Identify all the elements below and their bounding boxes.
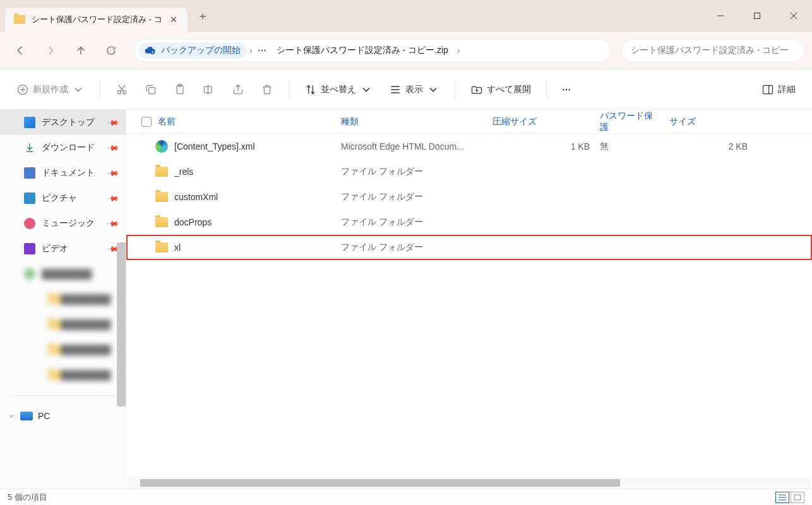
folder-icon [48,345,61,355]
breadcrumb[interactable]: バックアップの開始 › ⋯ シート保護パスワード設定済み - コピー.zip › [134,39,611,62]
breadcrumb-zip[interactable]: シート保護パスワード設定済み - コピー.zip [270,42,455,59]
music-icon [24,218,35,229]
extract-icon [470,83,483,96]
sidebar-item-videos[interactable]: ビデオ 📌 [0,236,126,261]
more-button[interactable]: ⋯ [556,78,578,101]
forward-button[interactable] [38,39,63,62]
scrollbar-thumb[interactable] [140,479,620,487]
refresh-button[interactable] [99,39,124,62]
chevron-right-icon[interactable]: › [455,45,463,56]
file-pane: 名前 種類 圧縮サイズ パスワード保護 サイズ [Content_Types].… [126,110,812,489]
folder-icon [155,192,168,202]
folder-icon [155,242,168,252]
breadcrumb-more-icon[interactable]: ⋯ [255,45,270,56]
tab[interactable]: シート保護パスワード設定済み - コ ✕ [5,8,188,32]
new-label: 新規作成 [33,84,68,95]
chevron-right-icon[interactable]: › [247,45,255,56]
paste-icon [174,83,186,96]
cut-icon [116,83,128,96]
cut-button[interactable] [109,78,134,101]
sidebar-item-blurred[interactable]: ████████ [0,362,126,388]
header-password[interactable]: パスワード保護 [595,110,664,133]
sidebar-item-blurred[interactable]: ████████ [0,261,126,287]
copy-button[interactable] [138,78,164,101]
sidebar-item-music[interactable]: ミュージック 📌 [0,211,126,236]
svg-rect-12 [763,85,773,93]
file-list: [Content_Types].xmlMicrosoft Edge HTML D… [126,134,812,260]
pin-icon: 📌 [107,116,120,129]
minimize-button[interactable] [702,0,739,32]
header-name[interactable]: 名前 [136,116,336,128]
file-name: customXml [174,192,218,202]
view-icons-button[interactable] [791,492,804,503]
file-type: ファイル フォルダー [336,191,487,203]
details-icon [761,83,774,96]
tab-close-button[interactable]: ✕ [169,15,179,25]
file-type: ファイル フォルダー [336,217,487,228]
delete-button[interactable] [254,78,280,101]
sidebar-item-pictures[interactable]: ピクチャ 📌 [0,186,126,211]
details-button[interactable]: 詳細 [755,78,802,101]
horizontal-scrollbar[interactable] [128,477,811,489]
delete-icon [261,83,273,96]
navbar: バックアップの開始 › ⋯ シート保護パスワード設定済み - コピー.zip ›… [0,32,812,69]
select-all-checkbox[interactable] [141,117,152,127]
chevron-down-icon [72,83,85,96]
new-tab-button[interactable]: ＋ [190,3,215,28]
window-controls [702,0,812,32]
sidebar-scrollbar[interactable] [117,242,126,407]
folder-icon [48,319,61,330]
close-button[interactable] [775,0,812,32]
sidebar-item-blurred[interactable]: ████████ [0,287,126,312]
header-compressed-size[interactable]: 圧縮サイズ [487,116,595,128]
file-row[interactable]: customXmlファイル フォルダー [126,184,812,210]
sidebar-item-documents[interactable]: ドキュメント 📌 [0,160,126,186]
file-row[interactable]: _relsファイル フォルダー [126,159,812,184]
sidebar-item-blurred[interactable]: ████████ [0,337,126,362]
file-row[interactable]: xlファイル フォルダー [126,235,812,260]
titlebar: シート保護パスワード設定済み - コ ✕ ＋ [0,0,812,32]
extract-label: すべて展開 [487,84,531,95]
sidebar-item-blurred[interactable]: ████████ [0,312,126,337]
up-button[interactable] [68,39,93,62]
pc-icon [20,412,33,420]
copy-icon [145,83,157,96]
rename-button[interactable] [196,78,222,101]
file-row[interactable]: docPropsファイル フォルダー [126,210,812,235]
sort-button[interactable]: 並べ替え [298,78,379,101]
share-button[interactable] [225,78,251,101]
extract-all-button[interactable]: すべて展開 [464,78,537,101]
sidebar-item-desktop[interactable]: デスクトップ 📌 [0,110,126,135]
file-type: ファイル フォルダー [336,242,487,253]
paste-button[interactable] [167,78,193,101]
file-password: 無 [595,141,664,152]
back-button[interactable] [8,39,33,62]
header-type[interactable]: 種類 [336,116,487,128]
breadcrumb-backup-label: バックアップの開始 [161,45,241,56]
chevron-down-icon [360,83,373,96]
file-name: docProps [174,217,212,227]
status-item-count: 5 個の項目 [8,492,47,503]
document-icon [24,167,35,179]
search-input[interactable]: シート保護パスワード設定済み - コピー [621,39,804,62]
picture-icon [24,193,35,204]
view-details-button[interactable] [775,492,789,503]
desktop-icon [24,117,35,128]
header-size[interactable]: サイズ [664,116,753,128]
tab-title: シート保護パスワード設定済み - コ [32,14,162,25]
breadcrumb-backup[interactable]: バックアップの開始 [138,42,247,59]
separator [546,81,547,98]
sidebar-item-label: ダウンロード [42,142,95,153]
svg-rect-8 [149,87,155,93]
new-button[interactable]: 新規作成 [10,78,91,101]
sort-icon [304,83,317,96]
column-headers: 名前 種類 圧縮サイズ パスワード保護 サイズ [126,110,812,134]
maximize-button[interactable] [739,0,775,32]
separator [100,81,100,98]
view-button[interactable]: 表示 [383,78,446,101]
file-row[interactable]: [Content_Types].xmlMicrosoft Edge HTML D… [126,134,812,159]
sidebar-item-downloads[interactable]: ダウンロード 📌 [0,135,126,160]
sidebar-item-pc[interactable]: PC [0,403,126,429]
details-label: 詳細 [778,84,796,95]
folder-icon [155,217,168,227]
